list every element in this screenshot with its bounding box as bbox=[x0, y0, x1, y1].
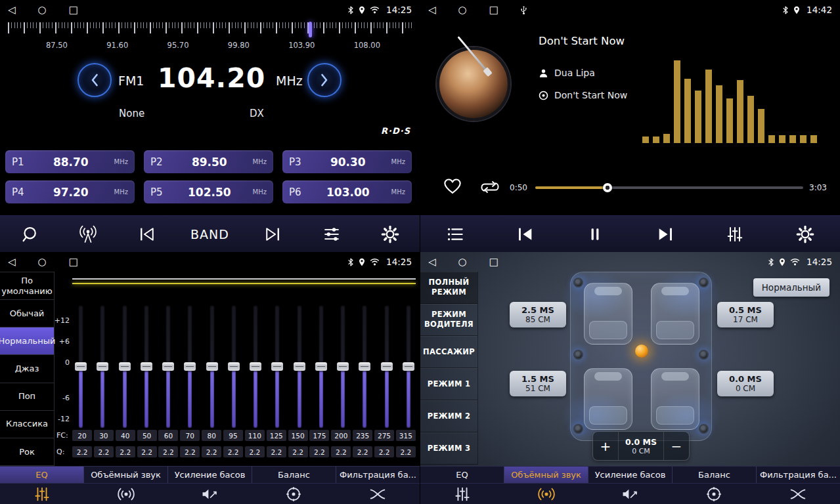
preset-p2[interactable]: P2 89.50 MHz bbox=[144, 150, 273, 173]
equalizer-button[interactable] bbox=[720, 219, 750, 249]
home-button[interactable]: ○ bbox=[458, 252, 467, 272]
eq-band-slider-275[interactable] bbox=[380, 306, 394, 428]
eq-preset-item[interactable]: По умолчанию bbox=[0, 272, 54, 300]
previous-track-button[interactable] bbox=[510, 219, 541, 249]
eq-band-slider-70[interactable] bbox=[183, 306, 197, 428]
slider-knob[interactable] bbox=[359, 362, 370, 371]
sound-profile-button[interactable]: Нормальный bbox=[753, 278, 829, 297]
band-button[interactable]: BAND bbox=[190, 219, 229, 249]
slider-knob[interactable] bbox=[315, 362, 327, 371]
surround-mode-item[interactable]: РЕЖИМ 2 bbox=[420, 400, 477, 432]
seat-front-left[interactable] bbox=[584, 283, 632, 345]
back-button[interactable]: ◁ bbox=[8, 252, 16, 272]
home-button[interactable]: ○ bbox=[38, 0, 47, 20]
progress-bar[interactable] bbox=[535, 186, 803, 189]
listening-position-marker[interactable] bbox=[635, 345, 648, 358]
seat-front-right[interactable] bbox=[651, 283, 699, 345]
tab-filter[interactable]: Фильтрация ба... bbox=[757, 467, 840, 483]
preset-p4[interactable]: P4 97.20 MHz bbox=[5, 180, 135, 203]
back-button[interactable]: ◁ bbox=[8, 0, 16, 20]
frequency-dial[interactable] bbox=[8, 22, 412, 38]
eq-preset-item[interactable]: Классика bbox=[0, 411, 54, 438]
home-button[interactable]: ○ bbox=[458, 0, 467, 20]
tab-surround-sound[interactable]: Объёмный звук bbox=[84, 467, 168, 483]
increase-delay-button[interactable]: + bbox=[593, 432, 618, 460]
slider-knob[interactable] bbox=[294, 362, 305, 371]
playlist-button[interactable] bbox=[440, 219, 470, 249]
tab-eq[interactable]: EQ bbox=[420, 467, 504, 483]
recents-button[interactable]: □ bbox=[69, 0, 78, 20]
preset-p1[interactable]: P1 88.70 MHz bbox=[5, 150, 135, 173]
delay-rear-left-button[interactable]: 1.5 MS 51 CM bbox=[510, 371, 566, 396]
slider-knob[interactable] bbox=[119, 362, 131, 371]
slider-knob[interactable] bbox=[250, 362, 261, 371]
eq-preset-item[interactable]: Нормальный bbox=[0, 327, 54, 355]
eq-band-slider-150[interactable] bbox=[292, 306, 307, 428]
eq-band-slider-20[interactable] bbox=[74, 306, 88, 428]
equalizer-icon[interactable] bbox=[0, 484, 84, 504]
recents-button[interactable]: □ bbox=[489, 0, 498, 20]
slider-knob[interactable] bbox=[206, 362, 218, 371]
tab-balance[interactable]: Баланс bbox=[673, 467, 757, 483]
preset-p5[interactable]: P5 102.50 MHz bbox=[144, 180, 273, 203]
delay-rear-right-button[interactable]: 0.0 MS 0 CM bbox=[717, 371, 774, 396]
tune-down-button[interactable] bbox=[77, 63, 112, 97]
settings-gear-button[interactable] bbox=[790, 219, 820, 249]
back-button[interactable]: ◁ bbox=[428, 252, 436, 272]
tab-balance[interactable]: Баланс bbox=[252, 467, 336, 483]
home-button[interactable]: ○ bbox=[38, 252, 47, 272]
slider-knob[interactable] bbox=[271, 362, 283, 371]
tune-settings-button[interactable] bbox=[317, 219, 347, 249]
eq-preset-item[interactable]: Обычай bbox=[0, 300, 54, 327]
next-station-button[interactable] bbox=[257, 219, 288, 249]
surround-mode-item[interactable]: РЕЖИМ 1 bbox=[420, 368, 477, 400]
pause-button[interactable] bbox=[580, 219, 610, 249]
eq-band-slider-80[interactable] bbox=[205, 306, 219, 428]
radio-scan-button[interactable] bbox=[73, 219, 103, 249]
recents-button[interactable]: □ bbox=[489, 252, 498, 272]
eq-band-slider-60[interactable] bbox=[161, 306, 175, 428]
crossover-filter-icon[interactable] bbox=[336, 484, 420, 504]
eq-band-slider-235[interactable] bbox=[357, 306, 372, 428]
eq-band-slider-200[interactable] bbox=[336, 306, 350, 428]
slider-knob[interactable] bbox=[403, 362, 414, 371]
tab-filter[interactable]: Фильтрация ба... bbox=[336, 467, 420, 483]
back-button[interactable]: ◁ bbox=[428, 0, 436, 20]
eq-band-slider-40[interactable] bbox=[118, 306, 132, 428]
preset-p3[interactable]: P3 90.30 MHz bbox=[282, 150, 412, 173]
surround-sound-icon[interactable] bbox=[84, 484, 168, 504]
slider-knob[interactable] bbox=[97, 362, 108, 371]
search-button[interactable] bbox=[14, 219, 45, 249]
tab-eq[interactable]: EQ bbox=[0, 467, 84, 483]
surround-mode-item[interactable]: ПАССАЖИР bbox=[420, 336, 477, 368]
slider-knob[interactable] bbox=[337, 362, 349, 371]
eq-band-slider-315[interactable] bbox=[401, 306, 416, 428]
progress-knob[interactable] bbox=[603, 183, 612, 192]
next-track-button[interactable] bbox=[650, 219, 680, 249]
surround-mode-item[interactable]: ПОЛНЫЙ РЕЖИМ bbox=[420, 272, 477, 304]
tab-bass-boost[interactable]: Усиление басов bbox=[588, 467, 673, 483]
slider-knob[interactable] bbox=[184, 362, 196, 371]
eq-band-slider-30[interactable] bbox=[95, 306, 110, 428]
preset-p6[interactable]: P6 103.00 MHz bbox=[282, 180, 412, 203]
eq-band-slider-95[interactable] bbox=[227, 306, 241, 428]
bass-boost-icon[interactable] bbox=[168, 484, 252, 504]
slider-knob[interactable] bbox=[162, 362, 174, 371]
eq-band-slider-125[interactable] bbox=[270, 306, 284, 428]
settings-gear-button[interactable] bbox=[375, 219, 405, 249]
surround-sound-icon[interactable] bbox=[504, 484, 588, 504]
balance-icon[interactable] bbox=[252, 484, 336, 504]
repeat-button[interactable] bbox=[479, 178, 500, 196]
decrease-delay-button[interactable]: − bbox=[664, 432, 689, 460]
slider-knob[interactable] bbox=[381, 362, 393, 371]
surround-mode-item[interactable]: РЕЖИМ 3 bbox=[420, 432, 477, 465]
delay-front-right-button[interactable]: 0.5 MS 17 CM bbox=[717, 302, 774, 327]
eq-preset-item[interactable]: Поп bbox=[0, 383, 54, 411]
tab-bass-boost[interactable]: Усиление басов bbox=[168, 467, 252, 483]
equalizer-icon[interactable] bbox=[420, 484, 504, 504]
eq-band-slider-110[interactable] bbox=[248, 306, 263, 428]
eq-band-slider-175[interactable] bbox=[314, 306, 328, 428]
tune-up-button[interactable] bbox=[307, 63, 342, 97]
tab-surround-sound[interactable]: Объёмный звук bbox=[504, 467, 588, 483]
album-art[interactable] bbox=[437, 47, 510, 121]
